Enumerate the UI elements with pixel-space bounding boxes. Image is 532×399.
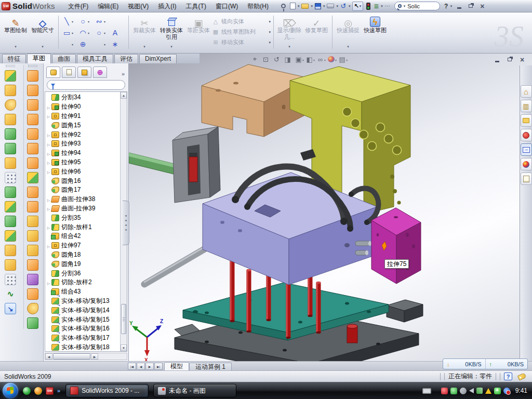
- surface-tool-icon[interactable]: [27, 70, 38, 82]
- tray-icon[interactable]: [503, 388, 510, 394]
- surface-tool-icon[interactable]: [27, 303, 38, 314]
- print-dropdown-caret[interactable]: ▾: [336, 4, 339, 8]
- app-close-button[interactable]: ×: [477, 2, 487, 10]
- feature-tool-icon[interactable]: [5, 274, 16, 285]
- convert-caret[interactable]: ▾: [170, 43, 172, 50]
- tree-item[interactable]: 拉伸96: [46, 167, 119, 176]
- feature-tool-icon[interactable]: [5, 288, 16, 300]
- new-dropdown-caret[interactable]: ▾: [297, 4, 300, 8]
- surface-tool-icon[interactable]: [27, 85, 38, 96]
- feature-tool-icon[interactable]: [5, 201, 16, 212]
- tree-item[interactable]: 拉伸97: [46, 241, 119, 250]
- undo-icon[interactable]: ↺: [339, 2, 348, 10]
- expand-arrow-icon[interactable]: [46, 140, 51, 148]
- taskbar-task-button[interactable]: 未命名 - 画图: [153, 384, 236, 397]
- rebuild-traffic-light-icon[interactable]: [366, 3, 370, 10]
- surface-tool-icon[interactable]: [27, 99, 38, 111]
- model-gray-rod[interactable]: [144, 246, 206, 284]
- model-sprue-unit[interactable]: [129, 127, 220, 203]
- expand-arrow-icon[interactable]: [46, 150, 51, 157]
- app-restore-button[interactable]: [466, 2, 475, 10]
- view-toolbar-button[interactable]: [328, 56, 337, 63]
- scroll-thumb[interactable]: [121, 304, 126, 334]
- expand-arrow-icon[interactable]: [46, 168, 51, 175]
- feature-tool-icon[interactable]: [5, 70, 16, 82]
- view-toolbar-button[interactable]: ⊡: [262, 56, 271, 63]
- tree-item[interactable]: 拉伸92: [46, 130, 119, 139]
- feature-tool-icon[interactable]: [5, 99, 16, 111]
- sketch-tool-button[interactable]: ∾ ▾: [94, 16, 110, 27]
- expand-arrow-icon[interactable]: [46, 131, 51, 138]
- sketch-tool-button[interactable]: ▾: [94, 38, 110, 50]
- sketch-tool-button[interactable]: ▭ ▾: [62, 27, 78, 38]
- scroll-up-arrow[interactable]: ▲: [121, 92, 127, 99]
- quick-launch-app-icon[interactable]: [34, 387, 42, 395]
- task-pane-button[interactable]: [521, 129, 532, 141]
- sketch-button[interactable]: ✎ 草图绘制 ▾: [2, 14, 29, 50]
- expand-arrow-icon[interactable]: [46, 103, 51, 111]
- scroll-thumb[interactable]: [53, 353, 90, 360]
- pin-icon[interactable]: [281, 4, 286, 8]
- expand-arrow-icon[interactable]: [46, 158, 51, 166]
- command-tab[interactable]: 特征: [2, 54, 26, 63]
- open-dropdown-caret[interactable]: ▾: [310, 4, 313, 8]
- menu-item[interactable]: 帮助(H): [243, 1, 273, 12]
- quick-launch-messenger-icon[interactable]: [23, 387, 31, 395]
- command-tab[interactable]: 模具工具: [77, 54, 113, 63]
- quick-launch-more-chevron[interactable]: »: [57, 388, 60, 394]
- dimxpert-manager-tab[interactable]: [93, 66, 107, 78]
- search-scope-caret[interactable]: ▾: [403, 4, 406, 8]
- feature-tool-icon[interactable]: [5, 230, 16, 242]
- menu-item[interactable]: 工具(T): [181, 1, 211, 12]
- view-toolbar-button[interactable]: ▣: [295, 56, 304, 63]
- surface-tool-icon[interactable]: [27, 288, 38, 300]
- view-toolbar-button[interactable]: ◧: [306, 56, 315, 63]
- sketch-tool-caret[interactable]: ▾: [71, 43, 74, 46]
- save-icon[interactable]: [315, 3, 321, 9]
- input-language-icon[interactable]: [422, 388, 431, 394]
- open-file-icon[interactable]: [301, 4, 309, 9]
- tree-item[interactable]: 分割36: [46, 269, 119, 278]
- sketch-tool-button[interactable]: A ▾: [110, 27, 126, 38]
- scroll-left-arrow[interactable]: ◀: [45, 353, 52, 360]
- tree-item[interactable]: 拉伸95: [46, 158, 119, 167]
- quick-launch-solidworks-icon[interactable]: SW: [46, 387, 54, 395]
- taskbar-clock[interactable]: 9:41: [515, 387, 527, 394]
- doc-minimize-button[interactable]: [494, 56, 501, 63]
- help-button[interactable]: ?: [443, 3, 449, 10]
- feature-tool-icon[interactable]: [5, 143, 16, 154]
- feature-tool-icon[interactable]: [5, 128, 16, 140]
- sketch-dropdown-caret[interactable]: ▾: [15, 43, 17, 50]
- property-manager-tab[interactable]: [62, 66, 76, 78]
- sketch-tool-button[interactable]: ◠ ▾: [78, 27, 94, 38]
- task-pane-button[interactable]: [521, 114, 532, 127]
- view-tool-caret[interactable]: [302, 56, 304, 63]
- surface-tool-icon[interactable]: [27, 259, 38, 271]
- tray-icon[interactable]: [460, 388, 467, 394]
- view-toolbar-button[interactable]: ◨: [284, 56, 293, 63]
- feature-tool-icon[interactable]: [5, 187, 16, 198]
- options-list-icon[interactable]: ≣: [373, 3, 380, 10]
- command-tab[interactable]: 曲面: [52, 54, 76, 63]
- model-stop-pin[interactable]: [347, 324, 357, 343]
- tray-icon[interactable]: [494, 388, 501, 394]
- tag-icon[interactable]: [517, 373, 527, 380]
- tray-icon[interactable]: [450, 388, 457, 394]
- feature-manager-tab[interactable]: [46, 66, 60, 78]
- toolbar-grip[interactable]: [6, 65, 15, 67]
- tab-nav-button[interactable]: ▶|: [154, 363, 163, 370]
- sketch-tool-caret[interactable]: ▾: [87, 31, 90, 35]
- start-button[interactable]: [3, 383, 18, 398]
- tree-item[interactable]: 圆角15: [46, 121, 119, 130]
- tray-icon[interactable]: [476, 388, 483, 394]
- tree-item[interactable]: 切除-放样1: [46, 222, 119, 232]
- select-dropdown-caret[interactable]: ▾: [359, 4, 362, 8]
- tree-item[interactable]: 组合42: [46, 232, 119, 241]
- graphics-viewport[interactable]: ⌖ ⊡ ↺ ◨ ▣ ◧ ∞: [129, 54, 532, 361]
- toolbar-grip[interactable]: [28, 65, 37, 67]
- view-toolbar-button[interactable]: ↺: [273, 56, 282, 63]
- feature-tool-icon[interactable]: [5, 259, 16, 271]
- convert-entities-button[interactable]: 转换实体引用 ▾: [158, 14, 185, 50]
- sketch-tool-button[interactable]: ╲ ▾: [62, 16, 78, 27]
- tab-nav-button[interactable]: ◀: [137, 363, 145, 370]
